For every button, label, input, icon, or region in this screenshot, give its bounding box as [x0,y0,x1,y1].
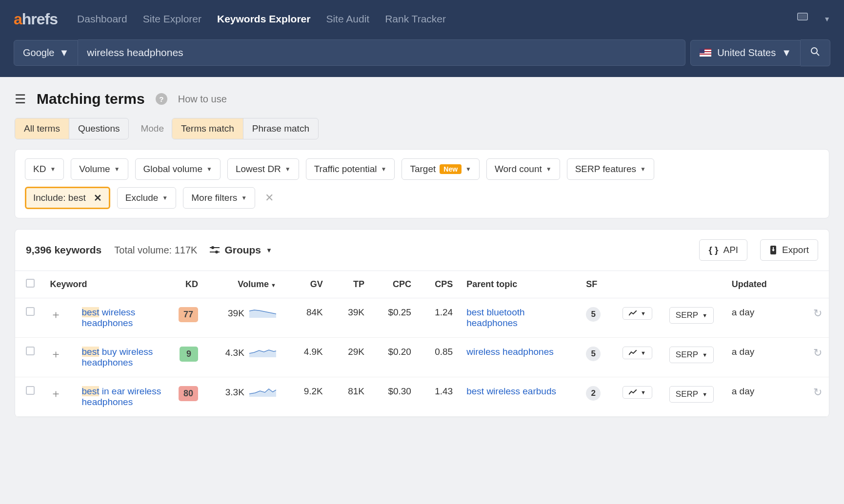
tab-group-mode: Terms match Phrase match [172,118,319,139]
export-button[interactable]: Export [760,239,818,261]
keyword-highlight: best [82,307,100,317]
expand-icon[interactable]: ＋ [50,348,61,360]
monitor-icon[interactable] [797,13,808,25]
caret-down-icon: ▼ [60,47,69,58]
page-title: Matching terms [37,91,145,107]
country-label: United States [717,47,776,58]
tp-value: 29K [330,338,371,377]
search-button[interactable] [801,39,830,66]
logo[interactable]: ahrefs [14,10,58,28]
nav-keywords-explorer[interactable]: Keywords Explorer [217,13,310,25]
groups-button[interactable]: Groups ▼ [210,244,272,256]
tp-value: 39K [330,298,371,338]
col-cps[interactable]: CPS [418,271,460,298]
close-icon[interactable]: ✕ [94,192,102,204]
serp-button[interactable]: SERP▼ [669,386,714,403]
filter-include-label: Include: best [33,193,86,203]
keyword-search-input[interactable] [78,39,685,66]
caret-down-icon: ▼ [381,166,387,173]
col-sf[interactable]: SF [579,271,616,298]
select-all-checkbox[interactable] [26,279,35,288]
filter-target[interactable]: TargetNew▼ [402,158,480,180]
updated-value: a day [725,338,803,377]
nav-site-audit[interactable]: Site Audit [326,13,369,25]
col-kd[interactable]: KD [168,271,205,298]
table-row: ＋best in ear wireless headphones803.3K9.… [15,377,829,417]
caret-down-icon: ▼ [266,247,272,254]
filter-volume[interactable]: Volume▼ [71,158,128,180]
nav-rank-tracker[interactable]: Rank Tracker [385,13,446,25]
cpc-value: $0.20 [371,338,418,377]
volume-value: 4.3K [225,348,244,358]
row-checkbox[interactable] [26,307,35,316]
nav-dashboard[interactable]: Dashboard [77,13,127,25]
help-text[interactable]: How to use [178,94,227,105]
parent-topic-link[interactable]: best bluetooth headphones [466,307,524,328]
filter-global-volume[interactable]: Global volume▼ [135,158,221,180]
serp-button[interactable]: SERP▼ [669,347,714,363]
caret-down-icon: ▼ [640,166,646,173]
refresh-icon[interactable]: ↻ [813,347,822,359]
trend-button[interactable]: ▼ [623,386,652,399]
trend-icon [629,350,637,356]
caret-down-icon: ▼ [641,350,646,356]
col-volume[interactable]: Volume▼ [205,271,283,298]
volume-value: 39K [228,308,244,318]
filter-lowest-dr[interactable]: Lowest DR▼ [227,158,299,180]
expand-icon[interactable]: ＋ [50,308,61,321]
col-updated[interactable]: Updated [725,271,803,298]
serp-button[interactable]: SERP▼ [669,307,714,324]
hamburger-menu-icon[interactable]: ☰ [15,92,26,107]
keyword-link[interactable]: best buy wireless headphones [82,347,153,368]
col-tp[interactable]: TP [330,271,371,298]
sf-badge[interactable]: 5 [586,307,601,322]
expand-icon[interactable]: ＋ [50,387,61,400]
tab-questions[interactable]: Questions [69,118,129,139]
search-engine-label: Google [23,47,55,58]
gv-value: 4.9K [283,338,330,377]
clear-filters-icon[interactable]: ✕ [265,192,274,204]
filter-serp-features[interactable]: SERP features▼ [567,158,654,180]
total-volume: Total volume: 117K [114,245,197,256]
nav-site-explorer[interactable]: Site Explorer [143,13,201,25]
filter-kd[interactable]: KD▼ [25,158,64,180]
trend-button[interactable]: ▼ [623,307,652,320]
country-dropdown[interactable]: United States ▼ [690,40,801,66]
cps-value: 0.85 [418,338,460,377]
sf-badge[interactable]: 5 [586,347,601,361]
keyword-link[interactable]: best wireless headphones [82,307,136,328]
cpc-value: $0.30 [371,377,418,417]
col-keyword[interactable]: Keyword [43,271,169,298]
filter-word-count[interactable]: Word count▼ [486,158,560,180]
help-icon[interactable]: ? [156,93,167,105]
parent-topic-link[interactable]: wireless headphones [466,347,554,357]
row-checkbox[interactable] [26,386,35,395]
refresh-icon[interactable]: ↻ [813,307,822,320]
row-checkbox[interactable] [26,347,35,355]
kd-badge: 80 [179,386,198,401]
sf-badge[interactable]: 2 [586,386,601,401]
filter-exclude[interactable]: Exclude▼ [117,187,177,209]
filter-traffic-potential[interactable]: Traffic potential▼ [306,158,395,180]
col-parent[interactable]: Parent topic [460,271,579,298]
parent-topic-link[interactable]: best wireless earbuds [466,386,556,396]
caret-down-icon: ▼ [241,194,247,201]
svg-line-3 [817,53,819,56]
search-engine-dropdown[interactable]: Google ▼ [14,40,78,66]
refresh-icon[interactable]: ↻ [813,386,822,399]
caret-down-icon: ▼ [206,166,212,173]
filter-include-active[interactable]: Include: best ✕ [25,187,110,209]
trend-button[interactable]: ▼ [623,347,652,359]
tab-terms-match[interactable]: Terms match [172,118,243,139]
tab-all-terms[interactable]: All terms [15,118,69,139]
account-menu-caret[interactable]: ▼ [824,15,830,23]
table-row: ＋best buy wireless headphones94.3K4.9K29… [15,338,829,377]
filter-more[interactable]: More filters▼ [183,187,255,209]
api-button[interactable]: { } API [699,239,747,261]
col-gv[interactable]: GV [283,271,330,298]
cps-value: 1.43 [418,377,460,417]
keyword-link[interactable]: best in ear wireless headphones [82,386,161,407]
tab-phrase-match[interactable]: Phrase match [243,118,318,139]
volume-value: 3.3K [225,387,244,397]
col-cpc[interactable]: CPC [371,271,418,298]
